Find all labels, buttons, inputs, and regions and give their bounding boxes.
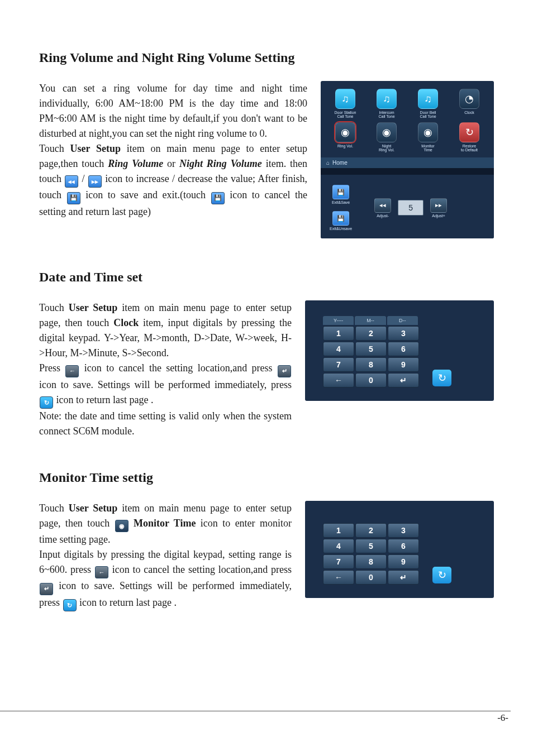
keypad-key[interactable]: 7 <box>323 357 354 372</box>
keypad-key[interactable]: ↵ <box>388 570 419 585</box>
save-icon: 💾 <box>332 185 349 199</box>
keypad-key[interactable]: 8 <box>355 357 387 372</box>
keypad-key[interactable]: 3 <box>388 326 419 341</box>
keypad-key[interactable]: 2 <box>355 326 387 341</box>
app-icon[interactable]: ◉Monitor Time <box>409 122 447 152</box>
paragraph: Touch User Setup item on main menu page … <box>39 501 292 547</box>
app-icon-label: Restore to Default <box>461 144 478 152</box>
keypad-key[interactable]: ↵ <box>388 373 419 387</box>
app-tile-icon: ♫ <box>377 89 397 109</box>
keypad-key[interactable]: 4 <box>323 342 354 356</box>
back-arrow-icon: ← <box>95 566 108 578</box>
app-tile-icon: ◉ <box>377 122 397 142</box>
cancel-icon: 💾 <box>211 192 225 204</box>
section-ring-volume: Ring Volume and Night Ring Volume Settin… <box>39 50 494 238</box>
keypad-key[interactable]: 9 <box>388 357 419 372</box>
screenshot-monitor-time: 123456789←0↵ ↻ <box>305 501 494 598</box>
app-icon[interactable]: ♫Intercom Call Tone <box>368 89 406 119</box>
app-tile-icon: ◉ <box>335 122 355 142</box>
keypad-key[interactable]: 4 <box>323 539 354 553</box>
app-icon[interactable]: ♫Door Station Call Tone <box>326 89 364 119</box>
section-body: You can set a ring volume for day time a… <box>39 81 307 219</box>
paragraph: Press ← icon to cancel the setting locat… <box>39 361 292 409</box>
return-icon: ↻ <box>63 599 77 611</box>
date-header-cell: M-- <box>355 316 386 325</box>
back-arrow-icon: ← <box>65 365 79 377</box>
exit-save-button[interactable]: 💾 Exit&Save <box>330 185 352 204</box>
paragraph: You can set a ring volume for day time a… <box>39 81 307 141</box>
keypad-key[interactable]: 6 <box>388 539 419 553</box>
date-header-cell: D-- <box>387 316 418 325</box>
keypad-key[interactable]: 1 <box>323 326 354 341</box>
return-icon: ↻ <box>438 372 446 384</box>
app-icon-label: Night Ring Vol. <box>379 144 394 152</box>
keypad-key[interactable]: 5 <box>355 342 387 356</box>
keypad-key[interactable]: 9 <box>388 554 419 569</box>
app-tile-icon: ◉ <box>418 122 438 142</box>
keypad-key[interactable]: 0 <box>355 373 387 387</box>
app-tile-icon: ♫ <box>418 89 438 109</box>
app-icon-label: Door Station Call Tone <box>335 111 356 119</box>
keypad-key[interactable]: 3 <box>388 523 419 538</box>
paragraph: Touch User Setup item on main menu page … <box>39 300 292 361</box>
return-button[interactable]: ↻ <box>432 567 451 583</box>
section-title: Ring Volume and Night Ring Volume Settin… <box>39 50 494 65</box>
keypad-key[interactable]: ← <box>323 570 354 585</box>
paragraph: Touch User Setup item on main menu page … <box>39 141 307 219</box>
date-header-cell: Y---- <box>323 316 354 325</box>
app-icon-label: Intercom Call Tone <box>378 111 394 119</box>
section-date-time: Date and Time set Touch User Setup item … <box>39 270 494 439</box>
value-display: 5 <box>398 200 423 216</box>
app-icon[interactable]: ◔Clock <box>450 89 488 119</box>
section-monitor-time: Monitor Time settig Touch User Setup ite… <box>39 470 494 611</box>
keypad-key[interactable]: ← <box>323 373 354 387</box>
paragraph: Note: the date and time setting is valid… <box>39 409 292 439</box>
home-label: Home <box>332 160 348 166</box>
keypad-key[interactable]: 8 <box>355 554 387 569</box>
keypad-key[interactable]: 6 <box>388 342 419 356</box>
app-icon[interactable]: ↻Restore to Default <box>450 122 488 152</box>
paragraph: Input digitals by pressing the digital k… <box>39 547 292 611</box>
section-title: Date and Time set <box>39 270 494 285</box>
keypad-key[interactable]: 0 <box>355 570 387 585</box>
app-icon[interactable]: ♫Door Bell Call Tone <box>409 89 447 119</box>
forward-icon: ▸▸ <box>430 198 447 213</box>
keypad-key[interactable]: 2 <box>355 523 387 538</box>
section-body: Touch User Setup item on main menu page … <box>39 501 292 611</box>
return-icon: ↻ <box>40 396 53 409</box>
keypad-key[interactable]: 1 <box>323 523 354 538</box>
app-icon-label: Ring Vol. <box>337 144 353 148</box>
monitor-time-icon: ◉ <box>115 520 129 532</box>
section-body: Touch User Setup item on main menu page … <box>39 300 292 439</box>
app-icon-label: Monitor Time <box>421 144 434 152</box>
page-number: -6- <box>497 712 508 724</box>
app-icon[interactable]: ◉Ring Vol. <box>326 122 364 152</box>
keypad-key[interactable]: 5 <box>355 539 387 553</box>
app-tile-icon: ↻ <box>459 122 479 142</box>
rewind-icon: ◂◂ <box>65 175 78 188</box>
adjust-plus-button[interactable]: ▸▸ Adjust+ <box>430 198 447 218</box>
app-icon[interactable]: ◉Night Ring Vol. <box>368 122 406 152</box>
section-title: Monitor Time settig <box>39 470 494 485</box>
app-tile-icon: ◔ <box>459 89 479 109</box>
home-bar[interactable]: ⌂ Home <box>321 157 494 168</box>
enter-icon: ↵ <box>278 365 291 377</box>
return-button[interactable]: ↻ <box>432 370 451 386</box>
save-icon: 💾 <box>67 192 80 204</box>
app-icon-label: Clock <box>464 111 474 114</box>
enter-icon: ↵ <box>40 583 53 595</box>
exit-unsave-button[interactable]: 💾 Exit&Unsave <box>330 211 352 231</box>
rewind-icon: ◂◂ <box>374 198 391 213</box>
return-icon: ↻ <box>438 569 446 581</box>
forward-icon: ▸▸ <box>88 175 102 188</box>
keypad-key[interactable]: 7 <box>323 554 354 569</box>
cancel-icon: 💾 <box>332 211 349 226</box>
app-tile-icon: ♫ <box>335 89 355 109</box>
screenshot-date-time: Y----M--D-- 123456789←0↵ ↻ <box>305 300 494 401</box>
page-divider <box>0 711 511 711</box>
home-icon: ⌂ <box>326 160 330 166</box>
adjust-minus-button[interactable]: ◂◂ Adjust- <box>374 198 391 218</box>
app-icon-label: Door Bell Call Tone <box>420 111 436 119</box>
screenshot-ring-volume: ♫Door Station Call Tone♫Intercom Call To… <box>321 81 494 238</box>
